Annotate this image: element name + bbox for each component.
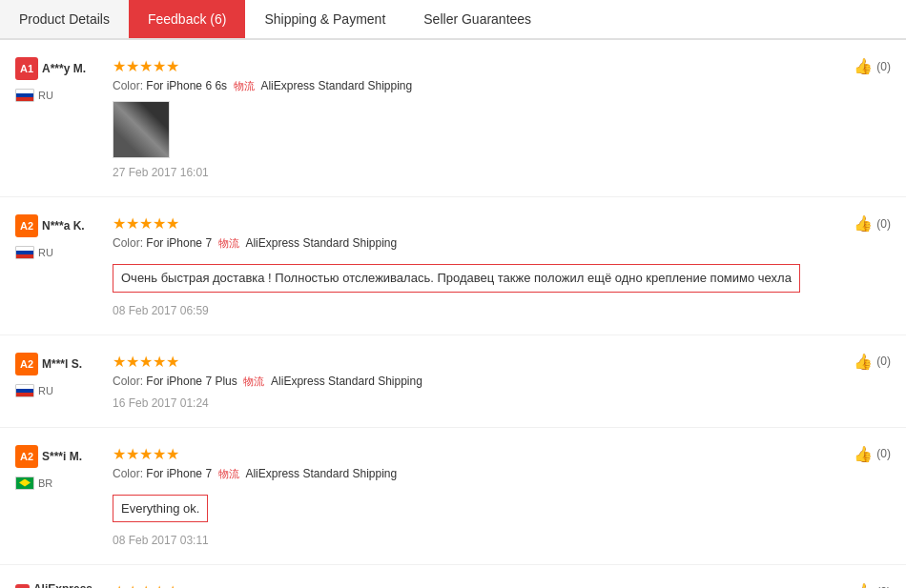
star-rating: ★★★★★ bbox=[113, 353, 832, 371]
reviews-list: A1 A***y M. RU ★★★★★ Color: For iPhone 6… bbox=[0, 40, 906, 588]
reviewer-name: S***i M. bbox=[42, 450, 82, 463]
review-date: 16 Feb 2017 01:24 bbox=[113, 396, 832, 410]
review-content: ★★★★★ Color: For iPhone 4 4s 物流 ePacket … bbox=[101, 582, 843, 588]
reviewer-info: A1 AliExpress Shopper TW bbox=[15, 582, 101, 588]
country-label: RU bbox=[38, 247, 53, 258]
country-flag: RU bbox=[15, 89, 53, 102]
avatar-badge: A2 bbox=[15, 353, 38, 375]
star-icon: ★ bbox=[113, 57, 126, 75]
reviewer-name: A***y M. bbox=[42, 62, 86, 75]
helpful-count: (0) bbox=[876, 355, 891, 368]
shipping-name: AliExpress Standard Shipping bbox=[245, 467, 397, 480]
review-date: 08 Feb 2017 06:59 bbox=[113, 304, 832, 317]
color-value: For iPhone 7 bbox=[146, 467, 212, 480]
thumbs-up-icon: 👍 bbox=[854, 445, 873, 463]
star-icon: ★ bbox=[113, 582, 126, 588]
star-icon: ★ bbox=[126, 445, 139, 463]
reviewer-name: N***a K. bbox=[42, 219, 85, 233]
reviewer-info: A2 M***l S. RU bbox=[15, 353, 101, 397]
review-date: 27 Feb 2017 16:01 bbox=[113, 166, 832, 179]
helpful-count: (0) bbox=[876, 217, 891, 231]
color-value: For iPhone 6 6s bbox=[146, 79, 227, 92]
color-label: Color: bbox=[113, 79, 146, 92]
review-meta: Color: For iPhone 7 Plus 物流 AliExpress S… bbox=[113, 375, 832, 389]
star-icon: ★ bbox=[153, 445, 166, 463]
avatar-badge: A1 bbox=[15, 584, 30, 588]
star-icon: ★ bbox=[126, 57, 139, 75]
review-item: A2 S***i M. BR ★★★★★ Color: For iPhone 7… bbox=[0, 428, 906, 566]
star-icon: ★ bbox=[139, 214, 153, 233]
country-label: RU bbox=[38, 90, 53, 101]
review-content: ★★★★★ Color: For iPhone 6 6s 物流 AliExpre… bbox=[101, 57, 843, 179]
country-label: BR bbox=[38, 477, 52, 489]
star-icon: ★ bbox=[139, 582, 153, 588]
helpful-count: (0) bbox=[876, 585, 891, 589]
country-flag: RU bbox=[15, 384, 53, 397]
star-icon: ★ bbox=[153, 214, 166, 233]
star-icon: ★ bbox=[126, 353, 139, 371]
color-value: For iPhone 7 bbox=[146, 236, 212, 250]
star-icon: ★ bbox=[113, 353, 126, 371]
reviewer-name: M***l S. bbox=[42, 357, 82, 371]
star-icon: ★ bbox=[113, 445, 126, 463]
star-icon: ★ bbox=[153, 57, 166, 75]
helpful-section[interactable]: 👍 (0) bbox=[843, 214, 891, 233]
shipping-name: AliExpress Standard Shipping bbox=[260, 79, 412, 92]
star-icon: ★ bbox=[126, 214, 139, 233]
color-value: For iPhone 7 Plus bbox=[146, 375, 237, 388]
review-content: ★★★★★ Color: For iPhone 7 物流 AliExpress … bbox=[101, 445, 843, 548]
helpful-section[interactable]: 👍 (0) bbox=[843, 445, 891, 463]
shipping-icon: 物流 bbox=[218, 468, 239, 479]
star-icon: ★ bbox=[166, 582, 179, 588]
star-icon: ★ bbox=[166, 353, 179, 371]
avatar-badge: A2 bbox=[15, 214, 38, 237]
tabs-container: Product Details Feedback (6) Shipping & … bbox=[0, 0, 906, 40]
review-item: A2 N***a K. RU ★★★★★ Color: For iPhone 7… bbox=[0, 197, 906, 335]
star-rating: ★★★★★ bbox=[113, 57, 832, 75]
review-content: ★★★★★ Color: For iPhone 7 Plus 物流 AliExp… bbox=[101, 353, 843, 410]
color-label: Color: bbox=[113, 375, 146, 388]
helpful-section[interactable]: 👍 (0) bbox=[843, 57, 891, 75]
helpful-count: (0) bbox=[876, 60, 891, 73]
review-text: Everything ok. bbox=[113, 495, 208, 523]
star-icon: ★ bbox=[166, 57, 179, 75]
review-content: ★★★★★ Color: For iPhone 7 物流 AliExpress … bbox=[101, 214, 843, 317]
star-icon: ★ bbox=[139, 445, 153, 463]
review-item: A1 A***y M. RU ★★★★★ Color: For iPhone 6… bbox=[0, 40, 906, 197]
tab-seller-guarantees[interactable]: Seller Guarantees bbox=[404, 0, 550, 38]
star-icon: ★ bbox=[153, 582, 166, 588]
thumbs-up-icon: 👍 bbox=[854, 353, 873, 371]
country-flag: RU bbox=[15, 246, 53, 259]
review-meta: Color: For iPhone 6 6s 物流 AliExpress Sta… bbox=[113, 79, 832, 93]
thumbs-up-icon: 👍 bbox=[854, 57, 873, 75]
star-icon: ★ bbox=[139, 353, 153, 371]
star-rating: ★★★★★ bbox=[113, 445, 832, 463]
thumbs-up-icon: 👍 bbox=[854, 214, 873, 233]
star-icon: ★ bbox=[166, 445, 179, 463]
review-date: 08 Feb 2017 03:11 bbox=[113, 534, 832, 547]
star-icon: ★ bbox=[126, 582, 139, 588]
avatar-badge: A1 bbox=[15, 57, 38, 80]
review-image bbox=[113, 101, 170, 158]
review-meta: Color: For iPhone 7 物流 AliExpress Standa… bbox=[113, 236, 832, 251]
review-meta: Color: For iPhone 7 物流 AliExpress Standa… bbox=[113, 467, 832, 481]
color-label: Color: bbox=[113, 467, 146, 480]
tab-feedback[interactable]: Feedback (6) bbox=[129, 0, 245, 38]
star-icon: ★ bbox=[153, 353, 166, 371]
helpful-section[interactable]: 👍 (0) bbox=[843, 353, 891, 371]
thumbs-up-icon: 👍 bbox=[854, 582, 873, 588]
country-label: RU bbox=[38, 385, 53, 396]
review-text: Очень быстрая доставка ! Полностью отсле… bbox=[113, 264, 800, 293]
tab-shipping-payment[interactable]: Shipping & Payment bbox=[245, 0, 404, 38]
helpful-count: (0) bbox=[876, 447, 891, 460]
review-item: A2 M***l S. RU ★★★★★ Color: For iPhone 7… bbox=[0, 335, 906, 428]
avatar-badge: A2 bbox=[15, 445, 38, 468]
shipping-name: AliExpress Standard Shipping bbox=[271, 375, 422, 388]
tab-product-details[interactable]: Product Details bbox=[0, 0, 129, 38]
shipping-name: AliExpress Standard Shipping bbox=[245, 236, 397, 250]
helpful-section[interactable]: 👍 (0) bbox=[843, 582, 891, 588]
country-flag: BR bbox=[15, 476, 52, 490]
star-icon: ★ bbox=[166, 214, 179, 233]
shipping-icon: 物流 bbox=[218, 237, 239, 249]
color-label: Color: bbox=[113, 236, 146, 250]
